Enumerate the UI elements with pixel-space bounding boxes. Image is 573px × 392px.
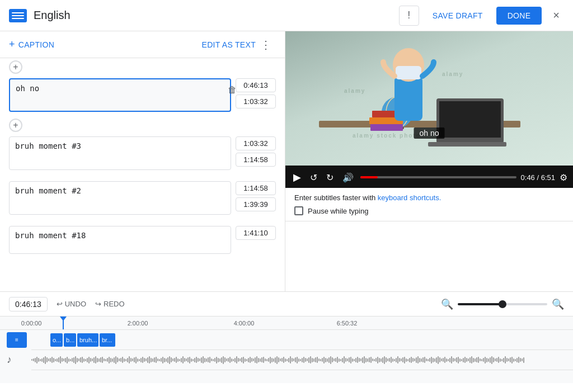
progress-fill: [360, 176, 378, 178]
svg-rect-15: [396, 66, 421, 79]
svg-text:alamy: alamy: [442, 71, 463, 77]
svg-rect-2: [439, 101, 501, 138]
caption-input-3[interactable]: bruh moment #2: [9, 181, 231, 215]
caption-track: ≡ o... b... bruh... br...: [31, 330, 573, 350]
caption-times-1: 0:46:13 1:03:32: [236, 78, 276, 108]
zoom-out-button[interactable]: 🔍: [441, 298, 453, 310]
caption-input-2[interactable]: bruh moment #3: [9, 136, 231, 170]
undo-button[interactable]: ↩ UNDO: [57, 300, 86, 308]
playhead-triangle: [60, 317, 67, 321]
caption-row-2: bruh moment #3 1:03:32 1:14:58: [0, 134, 285, 174]
video-placeholder: alamy alamy alamy stock photo oh no: [285, 31, 573, 166]
helpers-text: Enter subtitles faster with: [294, 193, 375, 202]
progress-bar[interactable]: [360, 176, 516, 178]
caption-times-3: 1:14:58 1:39:39: [236, 181, 276, 211]
timeline-ruler: 0:00:00 2:00:00 4:00:00 6:50:32: [0, 317, 573, 330]
close-button[interactable]: ×: [548, 7, 564, 24]
subtitle-helpers: Enter subtitles faster with keyboard sho…: [285, 188, 573, 221]
keyboard-shortcuts-link[interactable]: keyboard shortcuts.: [378, 193, 441, 202]
main-area: + CAPTION EDIT AS TEXT ⋮ + oh no 🗑 0:46:…: [0, 31, 573, 291]
caption-text-area-3: bruh moment #2: [9, 181, 231, 217]
save-draft-button[interactable]: SAVE DRAFT: [426, 7, 490, 25]
end-time-3[interactable]: 1:39:39: [236, 197, 276, 211]
caption-text-area: oh no: [9, 78, 231, 114]
caption-toolbar: + CAPTION EDIT AS TEXT ⋮: [0, 31, 285, 58]
right-panel: alamy alamy alamy stock photo oh no ▶ ↺ …: [285, 31, 573, 291]
undo-label: UNDO: [65, 300, 86, 308]
add-caption-button[interactable]: + CAPTION: [9, 39, 54, 50]
settings-button[interactable]: ⚙: [560, 172, 567, 183]
caption-chip-3[interactable]: bruh...: [77, 333, 98, 347]
rewind-button[interactable]: ↺: [308, 170, 320, 185]
start-time-1[interactable]: 0:46:13: [236, 78, 276, 92]
plus-icon: +: [9, 39, 15, 50]
more-menu-button[interactable]: ⋮: [256, 38, 276, 51]
redo-arrow-icon: ↪: [95, 300, 101, 308]
caption-chip-4[interactable]: br...: [100, 333, 115, 347]
timeline-tracks: ≡ o... b... bruh... br... ♪ // Generate …: [0, 330, 573, 370]
add-caption-label: CAPTION: [18, 40, 54, 49]
video-scene: alamy alamy alamy stock photo: [285, 31, 554, 160]
add-caption-2-button[interactable]: +: [9, 119, 22, 132]
caption-add-row-2: +: [0, 116, 285, 134]
svg-rect-3: [428, 142, 506, 147]
caption-chip-2[interactable]: b...: [64, 333, 76, 347]
redo-button[interactable]: ↪ REDO: [95, 300, 125, 308]
svg-text:alamy: alamy: [344, 88, 365, 94]
header: English ! SAVE DRAFT DONE ×: [0, 0, 573, 31]
start-time-3[interactable]: 1:14:58: [236, 181, 276, 195]
caption-row-4: bruh moment #18 1:41:10: [0, 224, 285, 258]
end-time-1[interactable]: 1:03:32: [236, 95, 276, 108]
pause-while-typing-label: Pause while typing: [308, 207, 368, 215]
video-controls: ▶ ↺ ↻ 🔊 0:46 / 6:51 ⚙: [285, 166, 573, 188]
page-title: English: [34, 9, 399, 22]
time-display: 0:46 / 6:51: [521, 173, 555, 182]
end-time-2[interactable]: 1:14:58: [236, 153, 276, 167]
svg-text:alamy stock photo: alamy stock photo: [353, 133, 421, 139]
bottom-toolbar: 0:46:13 ↩ UNDO ↪ REDO 🔍 🔍: [0, 291, 573, 316]
zoom-in-button[interactable]: 🔍: [552, 298, 564, 310]
alert-button[interactable]: !: [399, 6, 419, 26]
caption-row: oh no 🗑 0:46:13 1:03:32: [0, 76, 285, 116]
audio-track: ♪ // Generate waveform bars via JS inlin…: [31, 350, 573, 370]
play-button[interactable]: ▶: [291, 169, 303, 186]
volume-button[interactable]: 🔊: [340, 170, 356, 185]
caption-overlay: oh no: [414, 127, 444, 139]
start-time-4[interactable]: 1:41:10: [236, 226, 276, 240]
ruler-mark-4h: 4:00:00: [234, 320, 255, 327]
audio-track-icon: ♪: [7, 354, 12, 366]
caption-text-area-2: bruh moment #3: [9, 136, 231, 172]
header-actions: ! SAVE DRAFT DONE ×: [399, 6, 564, 26]
add-caption-top-button[interactable]: +: [9, 60, 22, 74]
video-container: alamy alamy alamy stock photo oh no ▶ ↺ …: [285, 31, 573, 188]
zoom-slider[interactable]: [458, 303, 547, 305]
forward-button[interactable]: ↻: [324, 170, 336, 185]
caption-times-2: 1:03:32 1:14:58: [236, 136, 276, 167]
bottom-right-controls: 🔍 🔍: [441, 298, 564, 310]
caption-text-area-4: bruh moment #18: [9, 226, 231, 256]
caption-chip-1[interactable]: o...: [50, 333, 63, 347]
pause-while-typing-checkbox[interactable]: [294, 206, 303, 215]
pause-while-typing-row: Pause while typing: [294, 206, 564, 215]
svg-rect-11: [370, 124, 403, 131]
timeline-container: 0:00:00 2:00:00 4:00:00 6:50:32 ≡ o... b…: [0, 316, 573, 383]
playhead: [63, 317, 64, 329]
undo-arrow-icon: ↩: [57, 300, 63, 308]
caption-input-4[interactable]: bruh moment #18: [9, 226, 231, 254]
redo-label: REDO: [104, 300, 125, 308]
captions-icon: [9, 9, 27, 22]
time-indicator: 0:46:13: [9, 297, 48, 311]
left-panel: + CAPTION EDIT AS TEXT ⋮ + oh no 🗑 0:46:…: [0, 31, 285, 291]
delete-caption-1-button[interactable]: 🗑: [226, 83, 239, 97]
caption-track-symbol: ≡: [15, 337, 18, 343]
caption-track-icon: ≡: [7, 332, 27, 348]
caption-list: + oh no 🗑 0:46:13 1:03:32 + bruh: [0, 58, 285, 291]
caption-add-row-top: +: [0, 58, 285, 76]
caption-input-1[interactable]: oh no: [9, 78, 231, 112]
edit-as-text-button[interactable]: EDIT AS TEXT: [202, 40, 256, 49]
done-button[interactable]: DONE: [496, 7, 542, 25]
waveform-display: [31, 352, 573, 369]
start-time-2[interactable]: 1:03:32: [236, 136, 276, 150]
svg-rect-12: [394, 76, 422, 121]
caption-row-3: bruh moment #2 1:14:58 1:39:39: [0, 179, 285, 219]
